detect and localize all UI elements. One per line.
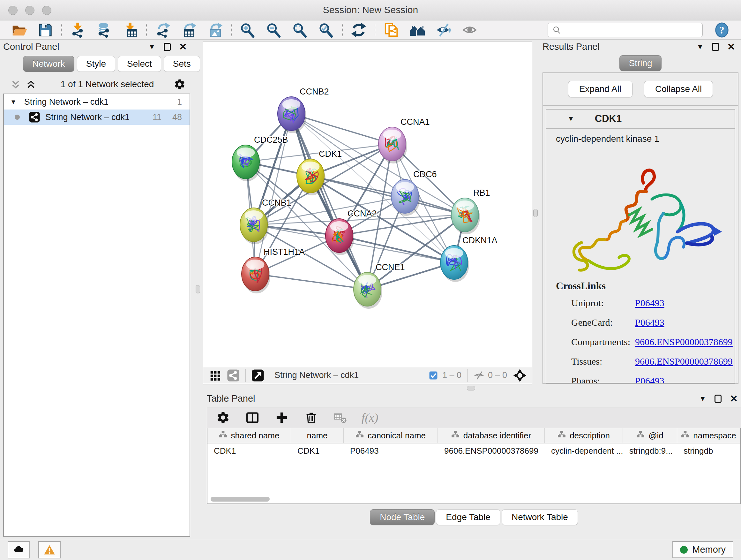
save-session-icon[interactable] bbox=[37, 22, 54, 38]
close-panel-icon[interactable]: ✕ bbox=[727, 42, 735, 52]
detach-view-icon[interactable] bbox=[251, 368, 265, 382]
horizontal-scrollbar-thumb[interactable] bbox=[211, 497, 270, 502]
table-row[interactable]: CDK1CDK1P064939606.ENSP00000378699cyclin… bbox=[207, 443, 740, 458]
tab-network-table[interactable]: Network Table bbox=[502, 509, 578, 525]
network-node-CCNB2[interactable]: CCNB2 bbox=[278, 87, 329, 133]
table-cell: CDK1 bbox=[291, 443, 344, 458]
bottom-splitter-handle[interactable] bbox=[467, 386, 475, 390]
control-panel-title: Control Panel bbox=[3, 42, 148, 52]
eye-disabled-icon[interactable] bbox=[461, 22, 478, 38]
float-panel-icon[interactable] bbox=[712, 43, 719, 51]
split-view-icon[interactable] bbox=[244, 409, 261, 426]
tab-style[interactable]: Style bbox=[77, 56, 115, 72]
column-header-databaseidentifier[interactable]: database identifier bbox=[438, 428, 545, 443]
expand-all-networks-icon[interactable] bbox=[10, 79, 21, 90]
crosslink-value-link[interactable]: P06493 bbox=[635, 298, 664, 308]
node-label-CCNA2: CCNA2 bbox=[347, 209, 377, 219]
network-edge-CCNB2-CCNA1[interactable] bbox=[291, 114, 392, 144]
cloud-status-button[interactable] bbox=[8, 541, 30, 558]
collapse-panel-icon[interactable]: ▼ bbox=[148, 43, 155, 51]
collapse-all-button[interactable]: Collapse All bbox=[644, 81, 713, 98]
search-icon bbox=[552, 25, 561, 35]
export-network-icon[interactable] bbox=[154, 22, 171, 38]
network-options-gear-icon[interactable] bbox=[174, 78, 186, 90]
network-node-CDKN1A[interactable]: CDKN1A bbox=[441, 236, 497, 282]
crosslink-value-link[interactable]: 9606.ENSP00000378699 bbox=[635, 336, 733, 347]
right-splitter-handle[interactable] bbox=[533, 209, 538, 217]
column-header-name[interactable]: name bbox=[291, 428, 344, 443]
import-database-icon[interactable] bbox=[96, 22, 112, 38]
import-network-icon[interactable] bbox=[70, 22, 86, 38]
home-icon[interactable] bbox=[409, 22, 426, 38]
section-expander-icon[interactable]: ▼ bbox=[567, 115, 575, 123]
close-panel-icon[interactable]: ✕ bbox=[730, 394, 738, 403]
tab-select[interactable]: Select bbox=[118, 56, 161, 72]
refresh-layout-icon[interactable] bbox=[350, 22, 367, 38]
edge-count: 48 bbox=[172, 112, 182, 122]
crosslink-value-link[interactable]: P06493 bbox=[635, 375, 664, 383]
network-node-CCNE1[interactable]: CCNE1 bbox=[354, 262, 405, 309]
collapse-panel-icon[interactable]: ▼ bbox=[699, 395, 706, 403]
network-edge-CDK1-RB1[interactable] bbox=[311, 176, 465, 215]
crosslink-value-link[interactable]: P06493 bbox=[635, 317, 664, 327]
network-node-CCNA2[interactable]: CCNA2 bbox=[326, 209, 377, 255]
zoom-out-icon[interactable] bbox=[266, 22, 282, 38]
table-toolbar: f(x) bbox=[207, 407, 741, 428]
expand-all-button[interactable]: Expand All bbox=[568, 81, 632, 98]
warnings-button[interactable] bbox=[38, 541, 61, 558]
network-node-CCNA1[interactable]: CCNA1 bbox=[379, 117, 430, 164]
close-panel-icon[interactable]: ✕ bbox=[179, 42, 187, 52]
search-input[interactable] bbox=[564, 24, 698, 35]
network-node-CCNB1[interactable]: CCNB1 bbox=[240, 198, 291, 244]
collapse-all-networks-icon[interactable] bbox=[25, 79, 37, 90]
column-header-sharedname[interactable]: shared name bbox=[207, 428, 291, 443]
export-image-icon[interactable] bbox=[207, 22, 223, 38]
network-node-RB1[interactable]: RB1 bbox=[451, 188, 490, 234]
float-panel-icon[interactable] bbox=[715, 395, 722, 403]
settings-icon[interactable] bbox=[215, 409, 231, 426]
hidden-eye-icon bbox=[473, 370, 485, 381]
network-edge-CCNB2-CCNE1[interactable] bbox=[291, 114, 367, 289]
grid-view-icon[interactable] bbox=[208, 368, 222, 382]
network-canvas[interactable]: CCNB2CCNA1CDC25BCDK1CDC6RB1CCNB1CCNA2CDK… bbox=[203, 42, 532, 367]
tree-expander-icon[interactable]: ▼ bbox=[10, 98, 17, 106]
network-node-CDC6[interactable]: CDC6 bbox=[391, 170, 437, 216]
node-section-header[interactable]: ▼ CDK1 bbox=[546, 110, 735, 129]
collapse-panel-icon[interactable]: ▼ bbox=[697, 43, 704, 51]
add-column-icon[interactable] bbox=[273, 409, 290, 426]
node-label-CDC6: CDC6 bbox=[413, 170, 437, 179]
memory-button[interactable]: Memory bbox=[672, 541, 733, 558]
help-icon[interactable]: ? bbox=[714, 22, 730, 38]
zoom-fit-icon[interactable] bbox=[292, 22, 308, 38]
column-header-namespace[interactable]: namespace bbox=[677, 428, 740, 443]
import-table-icon[interactable] bbox=[122, 22, 138, 38]
show-hide-icon[interactable] bbox=[435, 22, 452, 38]
float-panel-icon[interactable] bbox=[164, 43, 171, 51]
zoom-selected-icon[interactable] bbox=[318, 22, 334, 38]
tab-sets[interactable]: Sets bbox=[164, 56, 200, 72]
birds-eye-view-icon[interactable] bbox=[513, 368, 527, 382]
network-edge-HIST1H1A-CCNE1[interactable] bbox=[255, 274, 367, 289]
column-header-id[interactable]: @id bbox=[623, 428, 677, 443]
tab-string[interactable]: String bbox=[619, 55, 661, 71]
delete-column-icon[interactable] bbox=[303, 409, 320, 426]
network-row-selected[interactable]: String Network – cdk1 11 48 bbox=[4, 110, 190, 125]
network-view-mode-icon[interactable] bbox=[226, 368, 240, 382]
left-splitter-handle[interactable] bbox=[196, 285, 200, 294]
clone-network-icon[interactable] bbox=[383, 22, 400, 38]
tab-edge-table[interactable]: Edge Table bbox=[436, 509, 500, 525]
column-header-description[interactable]: description bbox=[545, 428, 623, 443]
network-collection-row[interactable]: ▼ String Network – cdk1 1 bbox=[4, 94, 190, 110]
export-table-icon[interactable] bbox=[181, 22, 197, 38]
node-name: CDK1 bbox=[595, 113, 622, 125]
network-label: String Network – cdk1 bbox=[45, 112, 142, 122]
zoom-in-icon[interactable] bbox=[239, 22, 256, 38]
tab-node-table[interactable]: Node Table bbox=[370, 509, 434, 525]
tab-network[interactable]: Network bbox=[23, 56, 74, 72]
open-session-icon[interactable] bbox=[11, 22, 27, 38]
crosslink-value-link[interactable]: 9606.ENSP00000378699 bbox=[635, 356, 733, 367]
search-box[interactable] bbox=[548, 23, 703, 37]
main-toolbar: ? bbox=[0, 20, 741, 40]
column-header-canonicalname[interactable]: canonical name bbox=[344, 428, 438, 443]
network-node-HIST1H1A[interactable]: HIST1H1A bbox=[242, 247, 305, 294]
